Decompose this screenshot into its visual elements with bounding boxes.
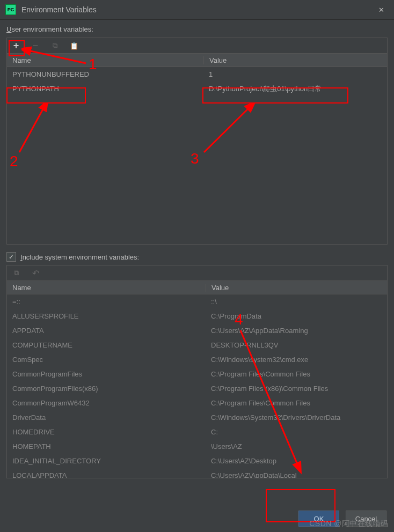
user-env-label: User environment variables: — [0, 20, 394, 35]
env-value-cell: C:\ProgramData — [206, 312, 387, 320]
env-name-cell: LOCALAPPDATA — [7, 471, 206, 478]
include-system-checkbox[interactable]: ✓ — [6, 252, 16, 262]
env-value-cell: C: — [206, 428, 387, 436]
env-name-cell: APPDATA — [7, 327, 206, 335]
env-name-cell[interactable]: PYTHONPATH — [7, 85, 203, 93]
env-name-cell: IDEA_INITIAL_DIRECTORY — [7, 457, 206, 465]
env-name-cell: CommonProgramW6432 — [7, 399, 206, 407]
add-button[interactable]: + — [10, 40, 22, 51]
env-name-cell: COMPUTERNAME — [7, 341, 206, 349]
table-row[interactable]: =::::\ — [7, 294, 387, 309]
env-value-cell[interactable]: 1 — [203, 70, 387, 78]
system-env-toolbar: ⧉ ↶ — [7, 265, 387, 280]
env-value-cell: C:\Windows\system32\cmd.exe — [206, 356, 387, 364]
user-env-toolbar: + − ⧉ 📋 — [7, 38, 387, 53]
table-row[interactable]: CommonProgramW6432C:\Program Files\Commo… — [7, 396, 387, 410]
remove-button[interactable]: − — [30, 40, 41, 51]
env-name-cell: ALLUSERSPROFILE — [7, 312, 206, 320]
env-value-cell: C:\Users\AZ\AppData\Roaming — [206, 327, 387, 335]
env-name-cell: =:: — [7, 298, 206, 306]
system-env-panel: ⧉ ↶ Name Value =::::\ALLUSERSPROFILEC:\P… — [6, 265, 388, 478]
undo-sys-button[interactable]: ↶ — [30, 267, 41, 279]
env-value-cell: C:\Program Files (x86)\Common Files — [206, 385, 387, 393]
table-row[interactable]: HOMEDRIVEC: — [7, 425, 387, 439]
system-table-header: Name Value — [7, 280, 387, 294]
table-row[interactable]: PYTHONPATHD:\PythonProject\爬虫01\python日常 — [7, 82, 387, 96]
env-value-cell: C:\Windows\System32\Drivers\DriverData — [206, 413, 387, 422]
env-value-cell: DESKTOP-RNLL3QV — [206, 341, 387, 349]
env-name-cell: DriverData — [7, 413, 206, 422]
table-row[interactable]: HOMEPATH\Users\AZ — [7, 439, 387, 454]
include-system-checkbox-row: ✓ Include system environment variables: — [6, 252, 388, 262]
env-value-cell: C:\Users\AZ\AppData\Local — [206, 471, 387, 478]
paste-button[interactable]: 📋 — [68, 40, 80, 51]
close-icon[interactable]: ✕ — [374, 2, 389, 17]
env-name-cell: CommonProgramFiles(x86) — [7, 385, 206, 393]
table-row[interactable]: COMPUTERNAMEDESKTOP-RNLL3QV — [7, 338, 387, 352]
env-name-cell: HOMEPATH — [7, 442, 206, 450]
window-title: Environment Variables — [21, 5, 374, 14]
copy-button[interactable]: ⧉ — [49, 40, 61, 51]
env-value-cell: ::\ — [206, 298, 387, 306]
system-table-body[interactable]: =::::\ALLUSERSPROFILEC:\ProgramDataAPPDA… — [7, 294, 387, 478]
table-row[interactable]: PYTHONUNBUFFERED1 — [7, 67, 387, 82]
table-row[interactable]: IDEA_INITIAL_DIRECTORYC:\Users\AZ\Deskto… — [7, 454, 387, 468]
env-value-cell: \Users\AZ — [206, 442, 387, 450]
table-row[interactable]: CommonProgramFiles(x86)C:\Program Files … — [7, 381, 387, 396]
env-name-cell: CommonProgramFiles — [7, 370, 206, 378]
user-env-panel: + − ⧉ 📋 Name Value PYTHONUNBUFFERED1PYTH… — [6, 38, 388, 245]
env-value-cell: C:\Program Files\Common Files — [206, 370, 387, 378]
watermark: CSDN @阿中在线啃码 — [309, 519, 389, 529]
user-header-name[interactable]: Name — [7, 56, 204, 64]
title-bar: PC Environment Variables ✕ — [0, 0, 394, 20]
copy-sys-button[interactable]: ⧉ — [10, 267, 22, 279]
table-row[interactable]: ComSpecC:\Windows\system32\cmd.exe — [7, 352, 387, 367]
env-value-cell: C:\Program Files\Common Files — [206, 399, 387, 407]
table-row[interactable]: LOCALAPPDATAC:\Users\AZ\AppData\Local — [7, 468, 387, 478]
user-header-value[interactable]: Value — [204, 56, 387, 64]
env-name-cell: ComSpec — [7, 356, 206, 364]
app-icon: PC — [5, 4, 16, 15]
env-value-cell[interactable]: D:\PythonProject\爬虫01\python日常 — [203, 84, 387, 94]
system-header-name[interactable]: Name — [7, 284, 206, 292]
env-name-cell[interactable]: PYTHONUNBUFFERED — [7, 70, 203, 78]
include-system-label: Include system environment variables: — [20, 253, 139, 261]
table-row[interactable]: DriverDataC:\Windows\System32\Drivers\Dr… — [7, 410, 387, 425]
system-header-value[interactable]: Value — [206, 284, 387, 292]
user-table-header: Name Value — [7, 53, 387, 67]
table-row[interactable]: APPDATAC:\Users\AZ\AppData\Roaming — [7, 323, 387, 338]
env-name-cell: HOMEDRIVE — [7, 428, 206, 436]
env-value-cell: C:\Users\AZ\Desktop — [206, 457, 387, 465]
table-row[interactable]: CommonProgramFilesC:\Program Files\Commo… — [7, 367, 387, 381]
user-table-body[interactable]: PYTHONUNBUFFERED1PYTHONPATHD:\PythonProj… — [7, 67, 387, 244]
table-row[interactable]: ALLUSERSPROFILEC:\ProgramData — [7, 309, 387, 323]
